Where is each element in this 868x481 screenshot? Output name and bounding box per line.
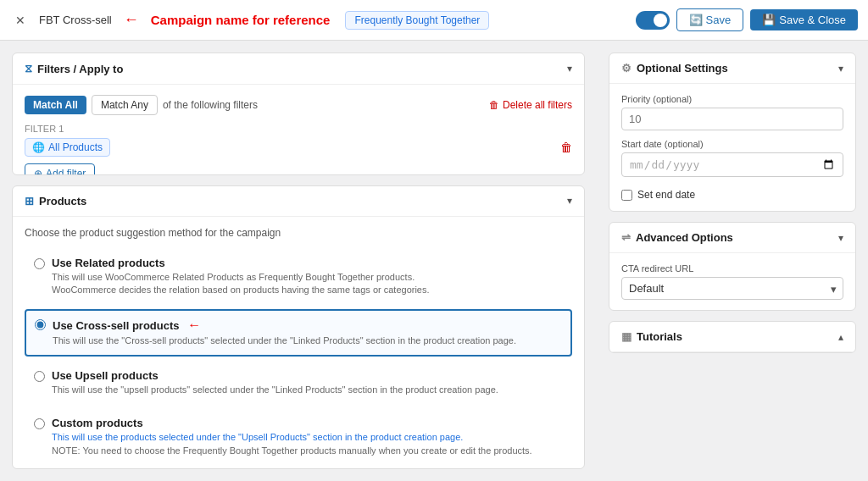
filters-title: Filters / Apply to: [37, 63, 123, 75]
option-custom[interactable]: Custom products This will use the produc…: [25, 409, 572, 465]
optional-settings-body: Priority (optional) Start date (optional…: [609, 84, 855, 211]
filters-chevron-down-icon: ▾: [567, 63, 572, 75]
products-card-header[interactable]: ⊞ Products ▾: [13, 186, 584, 217]
right-panel: ⚙ Optional Settings ▾ Priority (optional…: [597, 41, 868, 481]
tutorials-title-row: ▦ Tutorials: [621, 330, 682, 343]
match-all-button[interactable]: Match All: [25, 96, 86, 114]
globe-icon: 🌐: [32, 141, 45, 153]
set-end-date-label: Set end date: [637, 189, 695, 201]
radio-upsell[interactable]: [34, 371, 45, 382]
option-custom-label: Custom products: [52, 417, 532, 429]
main-layout: ⧖ Filters / Apply to ▾ Match All Match A…: [0, 41, 868, 481]
products-title-row: ⊞ Products: [25, 195, 86, 207]
option-crosssell[interactable]: Use Cross-sell products ← This will use …: [25, 309, 572, 356]
radio-custom[interactable]: [34, 418, 45, 429]
delete-all-filters-button[interactable]: 🗑 Delete all filters: [489, 99, 572, 111]
filter-icon: ⧖: [25, 62, 32, 75]
radio-related[interactable]: [34, 258, 45, 269]
option-crosssell-desc: This will use the "Cross-sell products" …: [53, 334, 516, 347]
filter1-row: 🌐 All Products 🗑: [25, 138, 572, 157]
option-upsell-content: Use Upsell products This will use the "u…: [52, 369, 498, 396]
save-close-icon: 💾: [762, 14, 776, 26]
filters-card-body: Match All Match Any of the following fil…: [13, 85, 584, 175]
save-label: Save: [706, 14, 732, 26]
cta-label: CTA redirect URL: [621, 263, 843, 274]
tutorials-card: ▦ Tutorials ▴: [609, 321, 856, 353]
optional-settings-header[interactable]: ⚙ Optional Settings ▾: [609, 53, 855, 84]
advanced-options-card: ⇌ Advanced Options ▾ CTA redirect URL De…: [609, 222, 856, 311]
products-card-body: Choose the product suggestion method for…: [13, 217, 584, 469]
filter1-chip-label: All Products: [48, 141, 103, 153]
products-chevron-down-icon: ▾: [567, 195, 572, 207]
tutorials-icon: ▦: [621, 330, 632, 343]
delete-filter1-button[interactable]: 🗑: [560, 141, 572, 154]
tutorials-chevron-up-icon: ▴: [838, 331, 843, 343]
filter-match-row: Match All Match Any of the following fil…: [25, 95, 572, 115]
close-button[interactable]: ✕: [10, 10, 31, 30]
products-card: ⊞ Products ▾ Choose the product suggesti…: [12, 185, 585, 469]
products-title: Products: [39, 195, 86, 207]
option-related-label: Use Related products: [52, 257, 430, 269]
tutorials-header[interactable]: ▦ Tutorials ▴: [609, 322, 855, 352]
option-related-content: Use Related products This will use WooCo…: [52, 257, 430, 297]
option-custom-content: Custom products This will use the produc…: [52, 417, 532, 457]
campaign-arrow-icon: ←: [124, 11, 139, 29]
option-related-desc: This will use WooCommerce Related Produc…: [52, 271, 430, 297]
of-following-text: of the following filters: [163, 99, 258, 111]
toggle-switch[interactable]: [636, 11, 670, 30]
filters-title-row: ⧖ Filters / Apply to: [25, 62, 123, 75]
option-upsell[interactable]: Use Upsell products This will use the "u…: [25, 362, 572, 404]
products-icon: ⊞: [25, 195, 34, 207]
start-date-input[interactable]: [621, 152, 843, 177]
option-upsell-label: Use Upsell products: [52, 369, 498, 382]
add-filter-label: Add filter: [46, 168, 86, 175]
radio-crosssell[interactable]: [35, 319, 46, 330]
priority-label: Priority (optional): [621, 94, 843, 104]
advanced-options-title: Advanced Options: [636, 231, 733, 244]
top-bar: ✕ FBT Cross-sell ← Campaign name for ref…: [0, 0, 868, 41]
save-icon: 🔄: [689, 14, 703, 26]
option-custom-desc-blue: This will use the products selected unde…: [52, 431, 532, 444]
option-related[interactable]: Use Related products This will use WooCo…: [25, 249, 572, 305]
set-end-date-row: Set end date: [621, 189, 843, 201]
option-crosssell-label: Use Cross-sell products ←: [53, 318, 516, 333]
delete-all-label: Delete all filters: [503, 99, 572, 111]
set-end-date-checkbox[interactable]: [621, 190, 632, 201]
plus-circle-icon: ⊕: [34, 168, 42, 175]
advanced-options-chevron-icon: ▾: [838, 232, 843, 244]
optional-settings-title: Optional Settings: [637, 62, 728, 75]
crosssell-arrow-icon: ←: [187, 318, 201, 332]
advanced-icon: ⇌: [621, 231, 631, 244]
trash-icon: 🗑: [489, 99, 499, 111]
advanced-options-body: CTA redirect URL Default: [609, 253, 855, 310]
optional-settings-title-row: ⚙ Optional Settings: [621, 62, 728, 75]
tutorials-title: Tutorials: [637, 330, 682, 343]
priority-input[interactable]: [621, 108, 843, 130]
save-close-button[interactable]: 💾 Save & Close: [750, 9, 858, 30]
advanced-options-header[interactable]: ⇌ Advanced Options ▾: [609, 223, 855, 253]
top-bar-actions: 🔄 Save 💾 Save & Close: [636, 8, 858, 31]
add-filter-button[interactable]: ⊕ Add filter: [25, 163, 95, 175]
option-crosssell-content: Use Cross-sell products ← This will use …: [53, 318, 516, 347]
optional-settings-chevron-icon: ▾: [838, 63, 843, 75]
campaign-ref-label: Campaign name for reference: [151, 13, 331, 27]
settings-icon: ⚙: [621, 62, 632, 75]
option-upsell-desc: This will use the "upsell products" sele…: [52, 384, 498, 396]
cta-redirect-select[interactable]: Default: [621, 277, 843, 300]
match-any-button[interactable]: Match Any: [92, 95, 158, 115]
save-button[interactable]: 🔄 Save: [676, 8, 744, 31]
filters-card-header[interactable]: ⧖ Filters / Apply to ▾: [13, 53, 584, 85]
filter1-chip: 🌐 All Products: [25, 138, 110, 157]
left-panel: ⧖ Filters / Apply to ▾ Match All Match A…: [0, 41, 597, 481]
filter1-label: FILTER 1: [25, 124, 572, 134]
filters-card: ⧖ Filters / Apply to ▾ Match All Match A…: [12, 53, 585, 175]
campaign-name: FBT Cross-sell: [39, 14, 112, 26]
optional-settings-card: ⚙ Optional Settings ▾ Priority (optional…: [609, 53, 856, 212]
campaign-tag: Frequently Bought Together: [345, 11, 489, 30]
save-close-label: Save & Close: [779, 14, 846, 26]
cta-select-wrapper: Default: [621, 277, 843, 300]
advanced-options-title-row: ⇌ Advanced Options: [621, 231, 733, 244]
option-custom-note: NOTE: You need to choose the Frequently …: [52, 445, 532, 457]
products-description: Choose the product suggestion method for…: [25, 227, 572, 239]
start-date-label: Start date (optional): [621, 139, 843, 149]
